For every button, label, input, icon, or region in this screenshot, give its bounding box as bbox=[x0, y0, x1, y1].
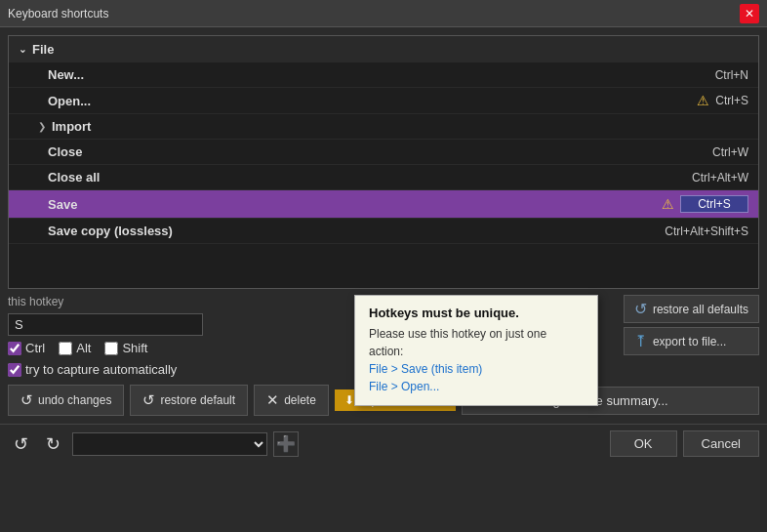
hotkey-row: this hotkey Ctrl Alt Shift bbox=[8, 295, 759, 379]
capture-checkbox-item[interactable]: try to capture automatically bbox=[8, 362, 177, 377]
shortcut-name: Import bbox=[52, 119, 748, 134]
tooltip-popup: Hotkeys must be unique. Please use this … bbox=[354, 295, 598, 406]
title-bar-title: Keyboard shortcuts bbox=[8, 7, 108, 20]
shortcut-name: New... bbox=[38, 67, 715, 82]
restore-default-label: restore default bbox=[160, 393, 235, 407]
shortcut-keys: ⚠ Ctrl+S bbox=[697, 93, 748, 108]
shortcut-row-close[interactable]: Close Ctrl+W bbox=[9, 140, 758, 165]
shortcut-keys: Ctrl+Alt+Shift+S bbox=[665, 225, 748, 238]
shortcut-name: Save copy (lossless) bbox=[38, 224, 665, 238]
shortcut-row-save[interactable]: Save ⚠ Ctrl+S bbox=[9, 190, 758, 219]
alt-checkbox[interactable] bbox=[59, 342, 72, 355]
tooltip-title: Hotkeys must be unique. bbox=[369, 306, 584, 320]
chevron-down-icon: ⌄ bbox=[19, 44, 26, 55]
shortcut-keys: ⚠ Ctrl+S bbox=[662, 195, 748, 213]
group-header-file[interactable]: ⌄ File bbox=[9, 36, 758, 62]
ctrl-checkbox[interactable] bbox=[8, 342, 21, 355]
import-icon: ⬇ bbox=[344, 393, 354, 407]
delete-button[interactable]: ✕ delete bbox=[254, 385, 329, 416]
restore-icon: ↺ bbox=[634, 300, 647, 318]
shift-checkbox-item[interactable]: Shift bbox=[104, 341, 147, 355]
title-bar: Keyboard shortcuts ✕ bbox=[0, 0, 767, 27]
tooltip-body-text: Please use this hotkey on just one actio… bbox=[369, 327, 546, 358]
tooltip-link-1[interactable]: File > Open... bbox=[369, 380, 439, 393]
add-preset-button[interactable]: ➕ bbox=[273, 431, 299, 457]
chevron-right-icon: ❯ bbox=[38, 121, 46, 132]
shift-checkbox[interactable] bbox=[104, 342, 118, 355]
bottom-area: this hotkey Ctrl Alt Shift bbox=[8, 295, 759, 416]
shortcut-keys: Ctrl+N bbox=[715, 68, 748, 82]
restore-default-icon: ↺ bbox=[142, 391, 155, 409]
shortcut-row-close-all[interactable]: Close all Ctrl+Alt+W bbox=[9, 165, 758, 190]
open-keys: Ctrl+S bbox=[715, 94, 748, 107]
shortcut-name: Close bbox=[38, 144, 712, 159]
redo-footer-button[interactable]: ↺ bbox=[40, 431, 66, 457]
shortcuts-table: ⌄ File New... Ctrl+N Open... ⚠ Ctrl+S ❯ … bbox=[8, 35, 759, 289]
export-to-file-button[interactable]: ⤒ export to file... bbox=[624, 327, 759, 355]
tooltip-link-0[interactable]: File > Save (this item) bbox=[369, 362, 482, 376]
main-content: ⌄ File New... Ctrl+N Open... ⚠ Ctrl+S ❯ … bbox=[0, 27, 767, 424]
hotkey-input[interactable] bbox=[8, 313, 203, 336]
shortcut-keys: Ctrl+W bbox=[712, 145, 748, 159]
right-action-buttons: ↺ restore all defaults ⤒ export to file.… bbox=[624, 295, 759, 355]
shortcut-keys: Ctrl+Alt+W bbox=[692, 171, 748, 184]
restore-all-defaults-button[interactable]: ↺ restore all defaults bbox=[624, 295, 759, 323]
tooltip-body: Please use this hotkey on just one actio… bbox=[369, 325, 584, 395]
export-label: export to file... bbox=[653, 335, 726, 348]
shortcut-row-import[interactable]: ❯ Import bbox=[9, 114, 758, 140]
preset-select[interactable] bbox=[72, 432, 267, 456]
export-icon: ⤒ bbox=[634, 332, 647, 350]
capture-label: try to capture automatically bbox=[25, 362, 177, 377]
shortcut-row-save-copy[interactable]: Save copy (lossless) Ctrl+Alt+Shift+S bbox=[9, 219, 758, 244]
shortcut-name: Close all bbox=[38, 170, 692, 184]
restore-default-button[interactable]: ↺ restore default bbox=[130, 385, 248, 416]
cancel-button[interactable]: Cancel bbox=[683, 430, 759, 457]
undo-label: undo changes bbox=[38, 393, 111, 407]
alt-checkbox-item[interactable]: Alt bbox=[59, 341, 91, 355]
ctrl-label: Ctrl bbox=[25, 341, 45, 355]
group-label-file: File bbox=[32, 42, 54, 57]
undo-changes-button[interactable]: ↺ undo changes bbox=[8, 385, 124, 416]
delete-label: delete bbox=[284, 393, 316, 407]
undo-icon: ↺ bbox=[20, 391, 33, 409]
delete-icon: ✕ bbox=[266, 391, 279, 409]
warning-icon: ⚠ bbox=[662, 196, 674, 212]
ctrl-checkbox-item[interactable]: Ctrl bbox=[8, 341, 45, 355]
save-keys-input[interactable]: Ctrl+S bbox=[680, 195, 748, 213]
shift-label: Shift bbox=[122, 341, 147, 355]
shortcut-row-open[interactable]: Open... ⚠ Ctrl+S bbox=[9, 88, 758, 114]
shortcut-row-new[interactable]: New... Ctrl+N bbox=[9, 62, 758, 88]
footer: ↺ ↺ ➕ OK Cancel bbox=[0, 424, 767, 463]
restore-all-label: restore all defaults bbox=[653, 303, 748, 316]
close-button[interactable]: ✕ bbox=[740, 4, 759, 23]
warning-icon: ⚠ bbox=[697, 93, 709, 108]
ok-button[interactable]: OK bbox=[610, 430, 677, 457]
alt-label: Alt bbox=[76, 341, 91, 355]
shortcut-name: Save bbox=[38, 197, 662, 212]
undo-footer-button[interactable]: ↺ bbox=[8, 431, 34, 457]
capture-checkbox[interactable] bbox=[8, 363, 21, 377]
shortcut-name: Open... bbox=[38, 94, 697, 108]
